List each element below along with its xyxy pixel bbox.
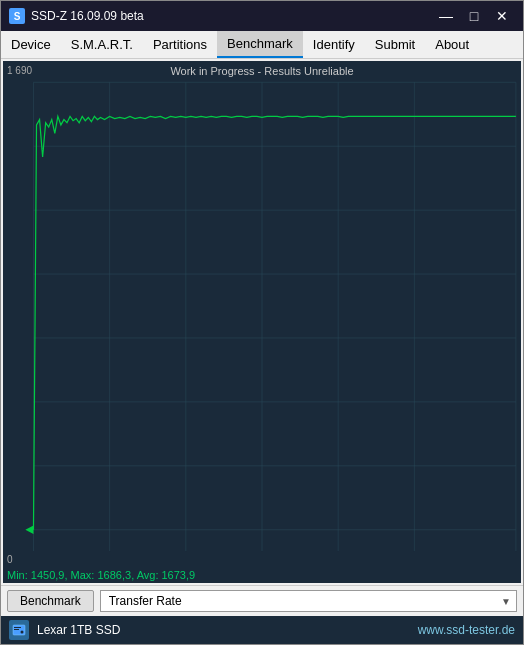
chart-notice-label: Work in Progress - Results Unreliable bbox=[3, 65, 521, 77]
bottom-bar: Benchmark Transfer Rate Access Time IOPS… bbox=[1, 585, 523, 616]
title-bar-controls: — □ ✕ bbox=[433, 6, 515, 26]
status-bar: Lexar 1TB SSD www.ssd-tester.de bbox=[1, 616, 523, 644]
title-bar: S SSD-Z 16.09.09 beta — □ ✕ bbox=[1, 1, 523, 31]
app-icon: S bbox=[9, 8, 25, 24]
maximize-button[interactable]: □ bbox=[461, 6, 487, 26]
menu-device[interactable]: Device bbox=[1, 31, 61, 58]
menu-identify[interactable]: Identify bbox=[303, 31, 365, 58]
menu-partitions[interactable]: Partitions bbox=[143, 31, 217, 58]
menu-about[interactable]: About bbox=[425, 31, 479, 58]
benchmark-button[interactable]: Benchmark bbox=[7, 590, 94, 612]
drive-icon bbox=[9, 620, 29, 640]
menu-bar: Device S.M.A.R.T. Partitions Benchmark I… bbox=[1, 31, 523, 59]
close-button[interactable]: ✕ bbox=[489, 6, 515, 26]
main-window: S SSD-Z 16.09.09 beta — □ ✕ Device S.M.A… bbox=[0, 0, 524, 645]
svg-rect-18 bbox=[14, 627, 21, 628]
benchmark-chart: 1 690 Work in Progress - Results Unrelia… bbox=[3, 61, 521, 583]
svg-rect-19 bbox=[14, 629, 19, 630]
menu-smart[interactable]: S.M.A.R.T. bbox=[61, 31, 143, 58]
chart-svg bbox=[3, 61, 521, 583]
transfer-rate-dropdown[interactable]: Transfer Rate Access Time IOPS bbox=[100, 590, 517, 612]
minimize-button[interactable]: — bbox=[433, 6, 459, 26]
title-bar-text: SSD-Z 16.09.09 beta bbox=[31, 9, 433, 23]
website-label: www.ssd-tester.de bbox=[418, 623, 515, 637]
chart-stats-label: Min: 1450,9, Max: 1686,3, Avg: 1673,9 bbox=[7, 569, 195, 581]
dropdown-wrapper: Transfer Rate Access Time IOPS ▼ bbox=[100, 590, 517, 612]
drive-label: Lexar 1TB SSD bbox=[37, 623, 418, 637]
svg-point-17 bbox=[21, 631, 24, 634]
svg-marker-15 bbox=[25, 525, 33, 534]
chart-y-bottom-label: 0 bbox=[7, 554, 13, 565]
menu-submit[interactable]: Submit bbox=[365, 31, 425, 58]
menu-benchmark[interactable]: Benchmark bbox=[217, 31, 303, 58]
